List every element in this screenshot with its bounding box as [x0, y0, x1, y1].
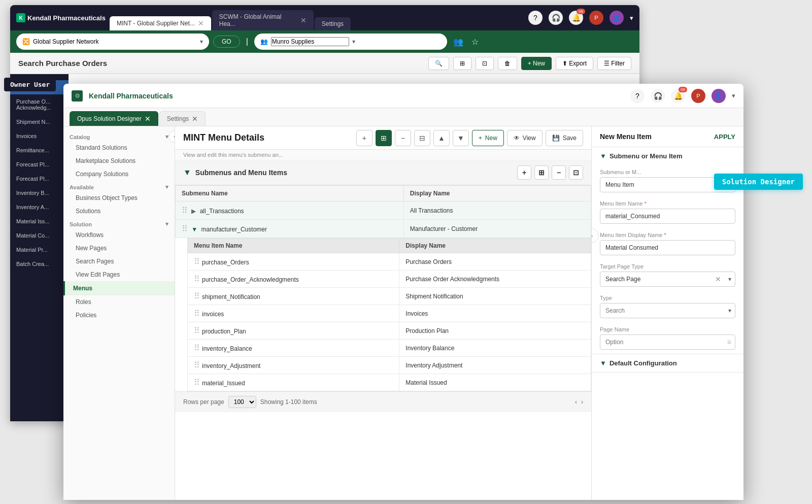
- outer-tab-3[interactable]: Settings: [315, 17, 351, 30]
- prev-page-icon[interactable]: ‹: [575, 398, 577, 406]
- sidebar-item-new-pages[interactable]: New Pages: [63, 242, 175, 255]
- drag-handle-icon[interactable]: ⠿: [194, 361, 200, 369]
- submenus-minus-btn[interactable]: −: [552, 165, 566, 180]
- inner-headset-icon[interactable]: 🎧: [651, 89, 665, 103]
- notification-bell[interactable]: 🔔 08: [569, 11, 583, 25]
- toolbar-grid-btn[interactable]: ⊞: [376, 130, 392, 146]
- submenus-grid-btn[interactable]: ⊞: [534, 165, 549, 180]
- inner-tab-opus[interactable]: Opus Solution Designer ✕: [70, 111, 158, 126]
- submenus-add-btn[interactable]: +: [517, 165, 531, 180]
- nav-field-1[interactable]: [33, 38, 197, 45]
- drag-handle-icon[interactable]: ⠿: [194, 344, 200, 352]
- nav-go-button[interactable]: GO: [213, 36, 240, 48]
- table-row[interactable]: ⠿purchase_Orders Purchase Orders: [188, 253, 591, 271]
- nav-field-2[interactable]: [271, 37, 349, 46]
- drag-handle-icon[interactable]: ⠿: [182, 224, 188, 233]
- table-row[interactable]: ⠿ ▶ all_Transactions All Transactions: [176, 201, 591, 220]
- inner-tab-opus-close[interactable]: ✕: [145, 115, 151, 123]
- submenus-collapse-icon[interactable]: ▼: [183, 168, 191, 177]
- people-icon[interactable]: 👥: [451, 35, 465, 49]
- outer-export-btn[interactable]: ⬆ Export: [556, 57, 593, 70]
- sidebar-item-policies[interactable]: Policies: [63, 309, 175, 322]
- table-row[interactable]: ⠿inventory_Balance Inventory Balance: [188, 340, 591, 357]
- outer-tab-1-close[interactable]: ✕: [198, 19, 204, 27]
- outer-sidebar-invoices[interactable]: Invoices: [10, 129, 69, 143]
- sidebar-item-roles[interactable]: Roles: [63, 295, 175, 309]
- inner-user-avatar-photo[interactable]: 👤: [712, 89, 726, 103]
- drag-handle-icon[interactable]: ⠿: [194, 326, 200, 335]
- page-name-input[interactable]: [600, 334, 735, 350]
- outer-sidebar-batch[interactable]: Batch Crea...: [10, 257, 69, 271]
- help-icon[interactable]: ?: [528, 11, 543, 25]
- outer-tab-2[interactable]: SCWM - Global Animal Hea... ✕: [212, 10, 314, 30]
- outer-copy-btn[interactable]: ⊡: [476, 57, 494, 70]
- outer-grid-btn[interactable]: ⊞: [453, 57, 471, 70]
- outer-search-btn[interactable]: 🔍: [428, 57, 449, 70]
- drag-handle-icon[interactable]: ⠿: [194, 378, 200, 387]
- user-avatar-photo[interactable]: 👤: [610, 11, 624, 25]
- inner-tab-settings[interactable]: Settings ✕: [159, 111, 206, 126]
- panel-section-submenu-header[interactable]: ▼ Submenu or Menu Item: [592, 147, 743, 165]
- toolbar-save-btn[interactable]: 💾 Save: [546, 130, 583, 146]
- toolbar-up-btn[interactable]: ▲: [433, 130, 450, 146]
- sidebar-item-menus[interactable]: Menus: [63, 281, 175, 295]
- toolbar-view-btn[interactable]: 👁 View: [507, 130, 543, 146]
- user-dropdown-chevron[interactable]: ▾: [630, 14, 633, 22]
- toolbar-new-btn[interactable]: + New: [472, 130, 504, 146]
- inner-notification-bell[interactable]: 🔔 08: [671, 89, 685, 103]
- sidebar-item-workflows[interactable]: Workflows: [63, 228, 175, 242]
- drag-handle-icon[interactable]: ⠿: [194, 309, 200, 318]
- outer-sidebar-ack[interactable]: Purchase O... Acknowledg...: [10, 94, 69, 115]
- submenus-copy-btn[interactable]: ⊡: [569, 165, 583, 180]
- toolbar-table-btn[interactable]: ⊟: [414, 130, 430, 146]
- panel-section-default-header[interactable]: ▼ Default Configuration: [592, 354, 743, 372]
- drag-handle-icon[interactable]: ⠿: [194, 257, 200, 266]
- toolbar-down-btn[interactable]: ▼: [453, 130, 469, 146]
- next-page-icon[interactable]: ›: [581, 398, 583, 406]
- inner-help-icon[interactable]: ?: [630, 89, 645, 103]
- table-row[interactable]: ⠿ ▼ manufacturer_Customer Manufacturer -…: [176, 220, 591, 238]
- sidebar-section-available[interactable]: Available ▾: [63, 181, 175, 191]
- outer-sidebar-shipment[interactable]: Shipment N...: [10, 115, 69, 129]
- outer-delete-btn[interactable]: 🗑: [498, 57, 517, 70]
- drag-handle-icon[interactable]: ⠿: [182, 206, 188, 215]
- table-row[interactable]: ⠿material_Issued Material Issued: [188, 374, 591, 391]
- outer-tab-2-close[interactable]: ✕: [300, 16, 307, 24]
- inner-user-dropdown-chevron[interactable]: ▾: [732, 92, 735, 99]
- expand-icon[interactable]: ▼: [191, 226, 197, 233]
- headset-icon[interactable]: 🎧: [549, 11, 563, 25]
- table-row[interactable]: ⠿purchase_Order_Acknowledgments Purchase…: [188, 271, 591, 288]
- nav-field-2-chevron[interactable]: ▾: [352, 38, 355, 45]
- target-page-clear-icon[interactable]: ✕: [715, 275, 721, 283]
- sidebar-item-search-pages[interactable]: Search Pages: [63, 255, 175, 268]
- outer-sidebar-forecast2[interactable]: Forecast Pl...: [10, 172, 69, 186]
- table-row[interactable]: ⠿invoices Invoices: [188, 305, 591, 322]
- table-row[interactable]: ⠿shipment_Notification Shipment Notifica…: [188, 288, 591, 305]
- sidebar-item-business-object-types[interactable]: Business Object Types: [63, 191, 175, 205]
- outer-sidebar-inventory-a[interactable]: Inventory A...: [10, 200, 69, 214]
- outer-sidebar-remittance[interactable]: Remittance...: [10, 143, 69, 157]
- sidebar-item-company-solutions[interactable]: Company Solutions: [63, 167, 175, 181]
- drag-handle-icon[interactable]: ⠿: [194, 292, 200, 300]
- outer-sidebar-forecast1[interactable]: Forecast Pl...: [10, 157, 69, 172]
- outer-tab-1[interactable]: MINT - Global Supplier Net... ✕: [110, 16, 211, 30]
- outer-sidebar-material-pr[interactable]: Material Pr...: [10, 243, 69, 257]
- toolbar-minus-btn[interactable]: −: [395, 130, 411, 146]
- outer-sidebar-material-iss[interactable]: Material Iss...: [10, 214, 69, 228]
- display-name-input[interactable]: [600, 240, 735, 255]
- expand-icon[interactable]: ▶: [191, 208, 196, 215]
- outer-sidebar-inventory-b[interactable]: Inventory B...: [10, 186, 69, 200]
- item-name-input[interactable]: [600, 209, 735, 224]
- outer-sidebar-material-co[interactable]: Material Co...: [10, 228, 69, 243]
- outer-new-btn[interactable]: + New: [521, 57, 552, 70]
- sidebar-section-catalog[interactable]: Catalog ▾: [63, 130, 175, 141]
- table-row[interactable]: ⠿production_Plan Production Plan: [188, 322, 591, 340]
- inner-user-avatar-p[interactable]: P: [691, 89, 705, 103]
- sidebar-item-view-edit-pages[interactable]: View Edit Pages: [63, 268, 175, 281]
- rows-per-page-select[interactable]: 100 50 25: [228, 396, 256, 408]
- sidebar-item-solutions[interactable]: Solutions: [63, 205, 175, 218]
- sidebar-section-solution[interactable]: Solution ▾: [63, 218, 175, 228]
- inner-tab-settings-close[interactable]: ✕: [192, 115, 198, 123]
- toolbar-add-btn[interactable]: +: [356, 130, 373, 146]
- star-icon[interactable]: ☆: [469, 35, 481, 49]
